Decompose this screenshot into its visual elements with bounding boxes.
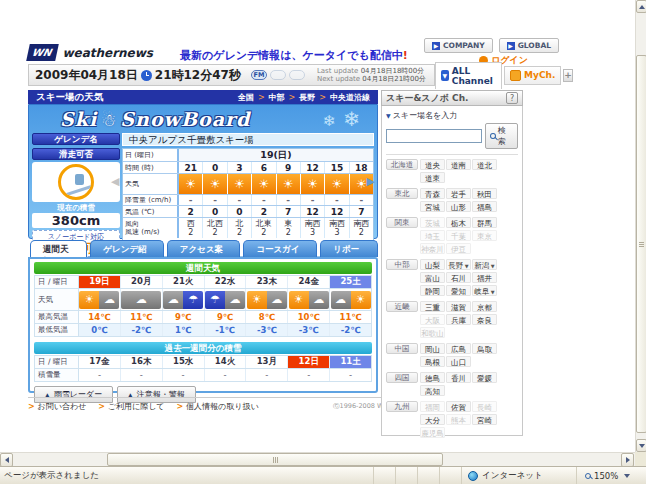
prefecture-link[interactable]: 栃木 xyxy=(446,217,471,228)
prefecture-link[interactable]: 福島 xyxy=(472,201,497,212)
region-label[interactable]: 東北 xyxy=(386,188,418,199)
footer-link-privacy[interactable]: 個人情報の取り扱い xyxy=(177,401,259,412)
promo-banner[interactable]: 最新のゲレンデ情報は、ケータイでも配信中! xyxy=(180,48,420,63)
past-snow-cell: - xyxy=(245,369,287,381)
section-tab[interactable]: アクセス案内 xyxy=(167,240,241,257)
prefecture-link[interactable]: 高知 xyxy=(420,385,445,396)
global-button[interactable]: ▶ GLOBAL xyxy=(499,38,559,53)
prefecture-link[interactable]: 山口 xyxy=(446,356,471,367)
region-label[interactable]: 関東 xyxy=(386,217,418,228)
prefecture-link[interactable]: 岐阜 ▼ xyxy=(472,285,497,296)
mych-tab[interactable]: MyCh. xyxy=(504,66,561,85)
prefecture-link[interactable]: 道央 xyxy=(420,159,445,170)
breadcrumb-item[interactable]: 中部 xyxy=(269,92,285,103)
weathernews-logo[interactable]: WN weathernews xyxy=(28,44,153,61)
weekly-low-cell: -3℃ xyxy=(287,324,329,336)
all-channel-tab[interactable]: ▼ ALL Channel xyxy=(435,62,502,89)
prefecture-link[interactable]: 兵庫 xyxy=(446,314,471,325)
breadcrumb-item[interactable]: 中央道沿線 xyxy=(330,92,370,103)
time-format-pill[interactable] xyxy=(289,70,305,80)
help-button[interactable]: ? xyxy=(506,92,518,104)
scroll-hours-right-button[interactable]: ▶ xyxy=(367,175,375,188)
footer-link-terms[interactable]: ご利用に際して xyxy=(98,401,164,412)
prefecture-link[interactable]: 石川 xyxy=(446,272,471,283)
prefecture-link: 埼玉 xyxy=(420,230,445,241)
prefecture-link[interactable]: 宮城 xyxy=(420,201,445,212)
resort-weather-panel: Ski☃SnowBoard ❄❄ ゲレンデ名 中央アルプス千畳敷スキー場 滑走可… xyxy=(28,104,378,239)
global-label: GLOBAL xyxy=(518,41,551,50)
sun-then-cloud-icon: ☀☁ xyxy=(79,291,119,309)
prefecture-link[interactable]: 滋賀 xyxy=(446,301,471,312)
weekly-low-cell: -3℃ xyxy=(245,324,287,336)
region-label[interactable]: 北海道 xyxy=(386,159,418,170)
time-format-pills: FM xyxy=(251,70,305,80)
scroll-down-button[interactable] xyxy=(636,439,646,452)
logo-text: weathernews xyxy=(62,46,153,60)
prefecture-link[interactable]: 青森 xyxy=(420,188,445,199)
scroll-right-button[interactable] xyxy=(621,453,634,467)
scroll-left-button[interactable] xyxy=(0,453,13,467)
prefecture-link[interactable]: 鳥取 xyxy=(472,343,497,354)
prefecture-link[interactable]: 道北 xyxy=(472,159,497,170)
time-format-pill[interactable] xyxy=(270,70,286,80)
section-tab[interactable]: ゲレンデ紹介 xyxy=(90,240,164,257)
prefecture-link[interactable]: 香川 xyxy=(446,372,471,383)
prefecture-link[interactable]: 奈良 xyxy=(472,314,497,325)
region-label[interactable]: 四国 xyxy=(386,372,418,383)
prefecture-link[interactable]: 大分 xyxy=(420,414,445,425)
prefecture-link[interactable]: 佐賀 xyxy=(446,401,471,412)
ski-resort-search-input[interactable] xyxy=(386,129,482,143)
prefecture-link[interactable]: 京都 xyxy=(472,301,497,312)
prefecture-link[interactable]: 富山 xyxy=(420,272,445,283)
prefecture-link[interactable]: 長野 ▼ xyxy=(446,259,471,270)
search-button[interactable]: 検索 xyxy=(485,123,518,149)
company-button[interactable]: ▶ COMPANY xyxy=(424,38,493,53)
prefecture-link[interactable]: 愛知 xyxy=(446,285,471,296)
scroll-hours-left-button[interactable]: ◀ xyxy=(111,175,119,188)
prefecture-link[interactable]: 徳島 xyxy=(420,372,445,383)
past-snow-cell: - xyxy=(287,369,329,381)
prefecture-link[interactable]: 愛媛 xyxy=(472,372,497,383)
weekly-low-cell: -2℃ xyxy=(329,324,371,336)
prefecture-link[interactable]: 島根 xyxy=(420,356,445,367)
zoom-control[interactable]: 150% xyxy=(576,467,646,484)
prefecture-link[interactable]: 新潟 ▼ xyxy=(472,259,497,270)
prefecture-link[interactable]: 静岡 xyxy=(420,285,445,296)
region-label[interactable]: 中国 xyxy=(386,343,418,354)
wind-direction: 東 xyxy=(284,219,292,228)
footer-link-contact[interactable]: お問い合わせ xyxy=(28,401,86,412)
add-channel-button[interactable]: + xyxy=(563,69,573,82)
region-label[interactable]: 中部 xyxy=(386,259,418,270)
breadcrumb-item[interactable]: 全国 xyxy=(238,92,254,103)
prefecture-link[interactable]: 道東 xyxy=(420,172,445,183)
region-row: 北海道道央道南道北道東 xyxy=(386,159,518,185)
prefecture-link[interactable]: 広島 xyxy=(446,343,471,354)
prefecture-link[interactable]: 岩手 xyxy=(446,188,471,199)
breadcrumb-item[interactable]: 長野 xyxy=(299,92,315,103)
prefecture-link[interactable]: 岡山 xyxy=(420,343,445,354)
region-label[interactable]: 九州 xyxy=(386,401,418,412)
section-tab[interactable]: 週間天気 xyxy=(30,240,87,257)
prefecture-link[interactable]: 山形 xyxy=(446,201,471,212)
prefecture-link[interactable]: 三重 xyxy=(420,301,445,312)
prefecture-link[interactable]: 群馬 xyxy=(472,217,497,228)
prefecture-link[interactable]: 宮崎 xyxy=(472,414,497,425)
section-tab[interactable]: リポート xyxy=(320,240,378,257)
region-list: 北海道道央道南道北道東東北青森岩手秋田宮城山形福島関東茨城栃木群馬埼玉千葉東京神… xyxy=(386,159,518,440)
scroll-up-button[interactable] xyxy=(636,0,646,13)
prefecture-link[interactable]: 山梨 xyxy=(420,259,445,270)
prefecture-link[interactable]: 道南 xyxy=(446,159,471,170)
vertical-scrollbar[interactable] xyxy=(635,0,646,452)
horizontal-scrollbar[interactable] xyxy=(0,452,635,466)
hourly-snowfall-cells: -------- xyxy=(179,195,373,205)
wind-speed: 2 xyxy=(261,228,266,237)
prefecture-link[interactable]: 福井 xyxy=(472,272,497,283)
vertical-scrollbar-thumb[interactable] xyxy=(636,55,646,433)
horizontal-scrollbar-thumb[interactable] xyxy=(107,453,443,466)
prefecture-link[interactable]: 秋田 xyxy=(472,188,497,199)
section-tab[interactable]: コースガイド xyxy=(243,240,317,257)
section-title-bar: スキー場の天気 全国>中部>長野>中央道沿線 xyxy=(28,90,378,104)
region-label[interactable]: 近畿 xyxy=(386,301,418,312)
time-format-pill[interactable]: FM xyxy=(251,70,267,80)
hourly-wind-label: 風向 風速 (m/s) xyxy=(123,218,179,238)
